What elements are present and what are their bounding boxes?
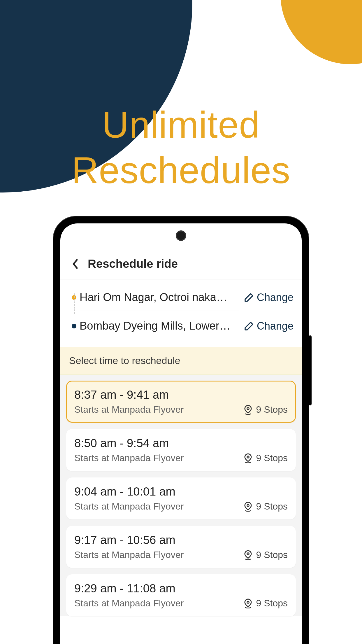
slot-start-location: Starts at Manpada Flyover [74,598,184,609]
time-slot[interactable]: 8:37 am - 9:41 am Starts at Manpada Flyo… [66,381,296,423]
slot-stops: 9 Stops [244,598,288,609]
slot-stops-count: 9 Stops [256,550,288,560]
page-title: Reschedule ride [88,257,178,270]
route-origin-text: Hari Om Nagar, Octroi naka… [80,284,239,311]
phone-camera-dot [176,230,186,241]
slot-time: 9:29 am - 11:08 am [74,582,288,595]
app-header: Reschedule ride [60,250,302,279]
route-origin-row: Hari Om Nagar, Octroi naka… Change [68,284,294,311]
slot-time: 8:37 am - 9:41 am [74,388,288,401]
phone-screen: Reschedule ride Hari Om Nagar, Octroi na… [60,223,302,644]
select-time-banner: Select time to reschedule [60,347,302,375]
svg-point-3 [247,553,249,555]
svg-point-2 [247,504,249,506]
change-origin-label: Change [257,291,294,304]
route-destination-row: Bombay Dyeing Mills, Lower… Change [68,313,294,339]
slot-stops: 9 Stops [244,453,288,463]
change-origin-button[interactable]: Change [239,291,294,304]
chevron-left-icon [72,259,78,269]
route-destination-text: Bombay Dyeing Mills, Lower… [80,313,239,339]
map-pin-icon [244,502,252,512]
map-pin-icon [244,598,252,608]
map-pin-icon [244,453,252,463]
headline-line-1: Unlimited [0,102,362,148]
headline-line-2: Reschedules [0,148,362,193]
svg-point-4 [247,601,249,603]
map-pin-icon [244,405,252,415]
slot-time: 9:17 am - 10:56 am [74,533,288,547]
slot-detail-row: Starts at Manpada Flyover 9 Stops [74,550,288,560]
route-connector-line [74,293,75,314]
map-pin-icon [244,550,252,560]
time-slot[interactable]: 8:50 am - 9:54 am Starts at Manpada Flyo… [66,429,296,471]
slot-detail-row: Starts at Manpada Flyover 9 Stops [74,598,288,609]
slot-time: 8:50 am - 9:54 am [74,437,288,450]
slot-stops-count: 9 Stops [256,598,288,609]
time-slot[interactable]: 9:29 am - 11:08 am Starts at Manpada Fly… [66,574,296,616]
change-destination-label: Change [257,320,294,332]
slot-stops-count: 9 Stops [256,404,288,415]
route-block: Hari Om Nagar, Octroi naka… Change Bomba… [60,279,302,347]
back-button[interactable] [69,258,81,270]
time-slot[interactable]: 9:04 am - 10:01 am Starts at Manpada Fly… [66,477,296,519]
slot-detail-row: Starts at Manpada Flyover 9 Stops [74,404,288,415]
pencil-icon [244,293,254,302]
slot-stops: 9 Stops [244,550,288,560]
slot-start-location: Starts at Manpada Flyover [74,501,184,512]
slot-start-location: Starts at Manpada Flyover [74,404,184,415]
pencil-icon [244,321,254,331]
destination-dot-icon [72,324,76,328]
slot-start-location: Starts at Manpada Flyover [74,453,184,463]
slot-stops: 9 Stops [244,404,288,415]
slot-stops-count: 9 Stops [256,501,288,512]
time-slot[interactable]: 9:17 am - 10:56 am Starts at Manpada Fly… [66,526,296,568]
slot-detail-row: Starts at Manpada Flyover 9 Stops [74,501,288,512]
slot-time: 9:04 am - 10:01 am [74,485,288,498]
slot-stops-count: 9 Stops [256,453,288,463]
svg-point-1 [247,456,249,458]
slot-stops: 9 Stops [244,501,288,512]
time-slots-list: 8:37 am - 9:41 am Starts at Manpada Flyo… [60,375,302,616]
phone-mockup: Reschedule ride Hari Om Nagar, Octroi na… [53,216,309,644]
promo-headline: Unlimited Reschedules [0,102,362,193]
route-dest-dot-col [68,324,80,328]
background-yellow-shape [280,0,362,64]
phone-side-button [309,335,312,405]
svg-point-0 [247,407,249,410]
slot-start-location: Starts at Manpada Flyover [74,550,184,560]
app-content: Reschedule ride Hari Om Nagar, Octroi na… [60,223,302,616]
slot-detail-row: Starts at Manpada Flyover 9 Stops [74,453,288,463]
change-destination-button[interactable]: Change [239,320,294,332]
